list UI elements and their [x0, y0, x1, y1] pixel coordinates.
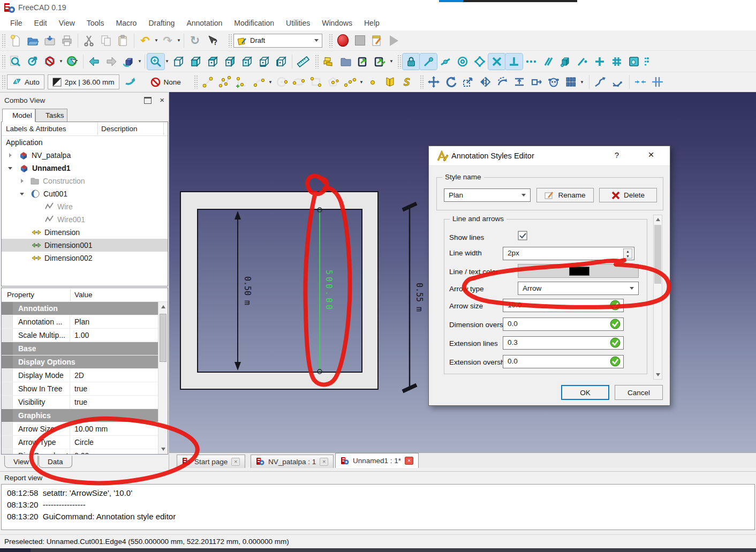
bspline-dropdown-arrow-icon[interactable]: ▼ — [359, 80, 364, 85]
snap-dimensions-button[interactable] — [625, 54, 642, 70]
draft-group-button[interactable] — [337, 54, 354, 70]
scale-button[interactable] — [459, 74, 477, 90]
close-tab-icon[interactable]: × — [320, 458, 328, 466]
view-right-button[interactable] — [221, 54, 238, 70]
zoom-button[interactable] — [147, 54, 164, 70]
link-button[interactable] — [354, 54, 372, 70]
fit-all-button[interactable] — [7, 54, 24, 70]
tab-nv-patalpa[interactable]: NV_patalpa : 1 × — [251, 455, 334, 468]
snap-center-button[interactable] — [454, 54, 471, 70]
snap-intersection-button[interactable] — [488, 54, 505, 70]
snap-extension-button[interactable] — [523, 54, 540, 70]
menu-annotation[interactable]: Annotation — [180, 17, 228, 29]
report-log[interactable]: 08:12:58 setattr: 'ArrowSize', '10.0' 08… — [1, 484, 755, 530]
undo-dropdown-arrow-icon[interactable]: ▼ — [154, 38, 159, 43]
mirror-button[interactable] — [477, 74, 494, 90]
tree-item-dimension002[interactable]: Dimension002 — [2, 252, 168, 264]
sketch-to-draft-button[interactable] — [609, 74, 626, 90]
line-width-spinbox[interactable]: 2px ▲▼ — [503, 247, 634, 260]
box-selection-button[interactable] — [64, 54, 81, 70]
snap-ortho-button[interactable] — [591, 54, 608, 70]
draft-circle-button[interactable] — [273, 74, 290, 90]
delete-button[interactable]: Delete — [599, 188, 657, 202]
snap-endpoint-button[interactable] — [420, 54, 437, 70]
tree-item-wire[interactable]: Wire — [2, 200, 168, 213]
clone-button[interactable] — [545, 74, 562, 90]
fit-selection-button[interactable] — [24, 54, 41, 70]
expander-icon[interactable] — [9, 153, 12, 157]
expander-icon[interactable] — [20, 193, 24, 195]
dialog-help-button[interactable]: ? — [611, 150, 623, 160]
close-tab-icon[interactable]: × — [405, 457, 413, 465]
tab-data[interactable]: Data — [39, 456, 72, 468]
workbench-selector[interactable]: Draft — [233, 34, 322, 48]
snap-near-button[interactable] — [574, 54, 591, 70]
apply-style-button[interactable] — [122, 74, 139, 90]
array-button[interactable] — [562, 74, 579, 90]
redo-button[interactable]: ↷ — [159, 33, 176, 49]
tree-item-dimension001-selected[interactable]: Dimension001 — [2, 239, 168, 252]
draft-line-button[interactable] — [199, 74, 216, 90]
menu-modification[interactable]: Modification — [228, 17, 280, 29]
draft-wire-button[interactable] — [216, 74, 233, 90]
draft-rectangle-button[interactable] — [307, 74, 324, 90]
ok-button[interactable]: OK — [561, 385, 609, 400]
property-row[interactable]: Display Mode2D — [2, 369, 168, 382]
macro-stop-button[interactable] — [351, 33, 368, 49]
dimension-inward-button[interactable] — [632, 74, 649, 90]
macro-edit-button[interactable] — [368, 33, 385, 49]
close-tab-icon[interactable]: × — [231, 458, 240, 466]
menu-edit[interactable]: Edit — [28, 17, 53, 29]
refresh-button[interactable]: ↻ — [186, 33, 203, 49]
snap-lock-button[interactable] — [403, 54, 420, 70]
new-document-button[interactable] — [7, 33, 24, 49]
scroll-up-icon[interactable] — [656, 218, 660, 221]
snap-toggle-button[interactable] — [642, 54, 650, 70]
autogroup-button[interactable]: None — [146, 74, 185, 89]
snap-grid-button[interactable] — [608, 54, 625, 70]
working-plane-button[interactable]: Auto — [7, 74, 44, 89]
dialog-close-button[interactable]: × — [644, 149, 658, 161]
extension-overshoot-input[interactable]: 0.0 — [503, 355, 624, 368]
dimension-055[interactable]: 0.55 m — [403, 203, 424, 391]
tab-model[interactable]: Model — [2, 109, 35, 122]
spin-buttons[interactable]: ▲▼ — [623, 248, 632, 259]
draft-point-button[interactable] — [364, 74, 381, 90]
rotate-view-dropdown-arrow-icon[interactable]: ▼ — [137, 59, 142, 64]
view-front-button[interactable] — [187, 54, 204, 70]
dimension-linear-button[interactable] — [649, 74, 666, 90]
menu-tools[interactable]: Tools — [81, 17, 110, 29]
draw-style-dropdown-arrow-icon[interactable]: ▼ — [58, 59, 64, 64]
close-panel-icon[interactable]: × — [160, 95, 164, 104]
draft-fillet-button[interactable] — [233, 74, 251, 90]
macro-play-button[interactable] — [385, 33, 403, 49]
snap-midpoint-button[interactable] — [437, 54, 454, 70]
rotate-button[interactable] — [442, 74, 459, 90]
menu-view[interactable]: View — [53, 17, 81, 29]
snap-parallel-button[interactable] — [540, 54, 557, 70]
link-replace-button[interactable] — [372, 54, 389, 70]
save-button[interactable] — [41, 33, 58, 49]
snap-perpendicular-button[interactable] — [505, 54, 523, 70]
view-axonometric-button[interactable] — [170, 54, 187, 70]
print-button[interactable] — [58, 33, 75, 49]
trimex-button[interactable] — [511, 74, 528, 90]
draw-style-button[interactable] — [41, 54, 58, 70]
float-panel-icon[interactable] — [144, 97, 152, 104]
arrow-size-input[interactable]: 10.0 — [503, 299, 624, 312]
draft-arc-button[interactable] — [251, 74, 268, 90]
draft-addto-button[interactable] — [320, 54, 337, 70]
draft-facebinder-button[interactable] — [381, 74, 398, 90]
style-name-combo[interactable]: Plan — [444, 188, 531, 202]
whats-this-button[interactable]: ? — [203, 33, 221, 49]
draft-shapestring-button[interactable]: S — [398, 74, 415, 90]
macro-record-button[interactable] — [334, 33, 351, 49]
line-text-color-button[interactable] — [518, 264, 639, 278]
menu-file[interactable]: File — [4, 17, 28, 29]
open-button[interactable] — [24, 33, 41, 49]
scroll-up-icon[interactable] — [161, 305, 165, 308]
snap-working-plane-button[interactable] — [557, 54, 574, 70]
menu-help[interactable]: Help — [358, 17, 385, 29]
dialog-title-bar[interactable]: Annotation Styles Editor ? × — [429, 146, 670, 166]
tree-item-wire001[interactable]: Wire001 — [2, 213, 168, 226]
